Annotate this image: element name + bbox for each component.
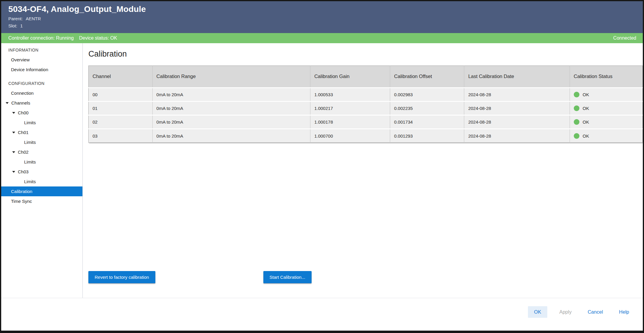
cancel-button[interactable]: Cancel — [584, 306, 607, 318]
date-cell: 2024-08-28 — [464, 102, 570, 115]
date-cell: 2024-08-28 — [464, 115, 570, 129]
sidebar-item-ch00-limits[interactable]: Limits — [1, 118, 82, 127]
sidebar-item-time-sync[interactable]: Time Sync — [1, 196, 82, 206]
sidebar-item-ch00[interactable]: Ch00 — [1, 108, 82, 118]
sidebar-item-ch01[interactable]: Ch01 — [1, 127, 82, 137]
sidebar-item-ch03[interactable]: Ch03 — [1, 167, 82, 177]
chevron-down-icon[interactable] — [12, 112, 15, 114]
module-properties-window: 5034-OF4, Analog_Output_Module Parent:AE… — [0, 0, 644, 333]
gain-cell: 1.000700 — [310, 129, 390, 143]
sidebar-item-overview[interactable]: Overview — [1, 55, 82, 65]
slot-label: Slot: — [8, 23, 17, 28]
sidebar-item-label: Channels — [11, 100, 30, 105]
sidebar-item-label: Ch03 — [18, 169, 29, 174]
table-row: 03 0mA to 20mA 1.000700 0.001293 2024-08… — [89, 129, 643, 143]
sidebar-item-ch03-limits[interactable]: Limits — [1, 177, 82, 186]
range-cell: 0mA to 20mA — [152, 102, 310, 115]
sidebar-item-label: Ch02 — [18, 150, 29, 155]
column-header-channel: Channel — [89, 66, 153, 88]
table-header-row: Channel Calibration Range Calibration Ga… — [89, 66, 643, 88]
navigation-tree: INFORMATION Overview Device Information … — [1, 43, 83, 298]
offset-cell: 0.002983 — [390, 88, 464, 102]
column-header-last-calibration-date: Last Calibration Date — [464, 66, 570, 88]
column-header-calibration-status: Calibration Status — [570, 66, 643, 88]
table-row: 00 0mA to 20mA 1.000533 0.002983 2024-08… — [89, 88, 643, 102]
gain-cell: 1.000533 — [310, 88, 390, 102]
sidebar-section-information: INFORMATION — [1, 45, 82, 55]
offset-cell: 0.002235 — [390, 102, 464, 115]
gain-cell: 1.000178 — [310, 115, 390, 129]
status-ok-icon — [574, 133, 579, 139]
status-text: OK — [583, 133, 589, 139]
channel-cell: 02 — [89, 115, 153, 129]
dialog-footer: OK Apply Cancel Help — [1, 298, 643, 331]
revert-factory-calibration-button[interactable]: Revert to factory calibration — [88, 271, 155, 283]
column-header-calibration-offset: Calibration Offset — [390, 66, 464, 88]
status-text: OK — [583, 119, 589, 125]
chevron-down-icon[interactable] — [6, 102, 9, 104]
table-row: 01 0mA to 20mA 1.000217 0.002235 2024-08… — [89, 102, 643, 115]
slot-value: 1 — [20, 23, 23, 28]
status-cell: OK — [570, 129, 643, 143]
parent-value: AENTR — [26, 16, 41, 21]
table-row: 02 0mA to 20mA 1.000178 0.001734 2024-08… — [89, 115, 643, 129]
module-title: 5034-OF4, Analog_Output_Module — [8, 4, 636, 14]
sidebar-item-connection[interactable]: Connection — [1, 88, 82, 98]
channel-cell: 01 — [89, 102, 153, 115]
help-button[interactable]: Help — [615, 306, 633, 318]
parent-line: Parent:AENTR — [8, 16, 636, 21]
range-cell: 0mA to 20mA — [152, 129, 310, 143]
sidebar-item-device-information[interactable]: Device Information — [1, 65, 82, 74]
status-text: OK — [583, 106, 589, 111]
range-cell: 0mA to 20mA — [152, 115, 310, 129]
status-cell: OK — [570, 115, 643, 129]
status-ok-icon — [574, 105, 579, 111]
offset-cell: 0.001293 — [390, 129, 464, 143]
calibration-table: Channel Calibration Range Calibration Ga… — [88, 66, 643, 143]
sidebar-item-ch02[interactable]: Ch02 — [1, 147, 82, 157]
controller-connection-status: Controller connection: Running — [8, 35, 74, 41]
status-ok-icon — [574, 92, 579, 97]
status-ok-icon — [574, 119, 579, 125]
channel-cell: 03 — [89, 129, 153, 143]
status-cell: OK — [570, 88, 643, 102]
sidebar-item-calibration[interactable]: Calibration — [1, 186, 82, 196]
column-header-calibration-range: Calibration Range — [152, 66, 310, 88]
device-status: Device status: OK — [79, 35, 117, 41]
chevron-down-icon[interactable] — [12, 151, 15, 153]
gain-cell: 1.000217 — [310, 102, 390, 115]
connection-status-bar: Controller connection: Running Device st… — [1, 33, 643, 43]
status-text: OK — [583, 92, 589, 97]
body-area: INFORMATION Overview Device Information … — [1, 43, 643, 298]
chevron-down-icon[interactable] — [12, 171, 15, 173]
sidebar-item-ch02-limits[interactable]: Limits — [1, 157, 82, 167]
status-left-group: Controller connection: Running Device st… — [8, 35, 117, 41]
range-cell: 0mA to 20mA — [152, 88, 310, 102]
connected-badge: Connected — [613, 35, 636, 41]
sidebar-item-label: Ch00 — [18, 110, 29, 115]
status-cell: OK — [570, 102, 643, 115]
page-title: Calibration — [88, 49, 643, 59]
sidebar-item-ch01-limits[interactable]: Limits — [1, 137, 82, 147]
start-calibration-button[interactable]: Start Calibration... — [263, 271, 312, 283]
slot-line: Slot:1 — [8, 23, 636, 28]
date-cell: 2024-08-28 — [464, 88, 570, 102]
calibration-actions: Revert to factory calibration Start Cali… — [88, 271, 643, 283]
sidebar-section-configuration: CONFIGURATION — [1, 78, 82, 88]
window-header: 5034-OF4, Analog_Output_Module Parent:AE… — [1, 1, 643, 33]
ok-button[interactable]: OK — [528, 306, 548, 318]
date-cell: 2024-08-28 — [464, 129, 570, 143]
column-header-calibration-gain: Calibration Gain — [310, 66, 390, 88]
apply-button[interactable]: Apply — [555, 306, 576, 318]
sidebar-item-channels[interactable]: Channels — [1, 98, 82, 108]
channel-cell: 00 — [89, 88, 153, 102]
parent-label: Parent: — [8, 16, 23, 21]
offset-cell: 0.001734 — [390, 115, 464, 129]
calibration-panel: Calibration Channel Calibration Range Ca… — [83, 43, 643, 298]
chevron-down-icon[interactable] — [12, 132, 15, 133]
sidebar-item-label: Ch01 — [18, 130, 29, 135]
